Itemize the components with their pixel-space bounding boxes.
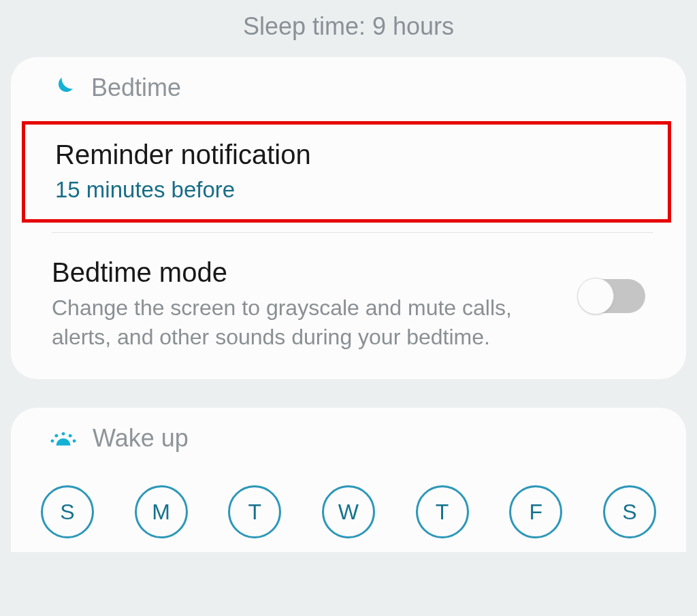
day-thursday[interactable]: T — [416, 485, 469, 538]
sunrise-icon — [49, 424, 78, 453]
wakeup-card-header: Wake up — [11, 408, 686, 465]
bedtime-mode-toggle[interactable] — [579, 279, 645, 313]
day-sunday[interactable]: S — [41, 485, 94, 538]
svg-point-4 — [69, 434, 72, 438]
svg-point-5 — [50, 440, 54, 443]
day-friday[interactable]: F — [509, 485, 562, 538]
wakeup-title: Wake up — [93, 424, 189, 453]
svg-point-6 — [73, 440, 76, 443]
bedtime-mode-row[interactable]: Bedtime mode Change the screen to graysc… — [11, 233, 686, 379]
svg-point-3 — [54, 434, 58, 438]
reminder-notification-row[interactable]: Reminder notification 15 minutes before — [22, 121, 671, 223]
bedtime-title: Bedtime — [91, 74, 181, 102]
day-wednesday[interactable]: W — [322, 485, 375, 538]
day-saturday[interactable]: S — [603, 485, 656, 538]
moon-icon — [49, 74, 76, 101]
bedtime-mode-text: Bedtime mode Change the screen to graysc… — [52, 257, 579, 352]
toggle-knob — [577, 278, 614, 314]
days-row: S M T W T F S — [11, 465, 686, 538]
bedtime-mode-title: Bedtime mode — [52, 257, 558, 288]
wakeup-card: Wake up S M T W T F S — [11, 408, 686, 552]
svg-rect-1 — [49, 446, 78, 453]
day-monday[interactable]: M — [135, 485, 188, 538]
reminder-value: 15 minutes before — [55, 177, 647, 203]
sleep-time-label: Sleep time: 9 hours — [0, 0, 697, 57]
bedtime-card-header: Bedtime — [11, 57, 686, 114]
reminder-title: Reminder notification — [55, 140, 647, 170]
svg-point-2 — [62, 432, 65, 436]
day-tuesday[interactable]: T — [228, 485, 281, 538]
bedtime-mode-description: Change the screen to grayscale and mute … — [52, 293, 558, 352]
bedtime-card: Bedtime Reminder notification 15 minutes… — [11, 57, 686, 379]
